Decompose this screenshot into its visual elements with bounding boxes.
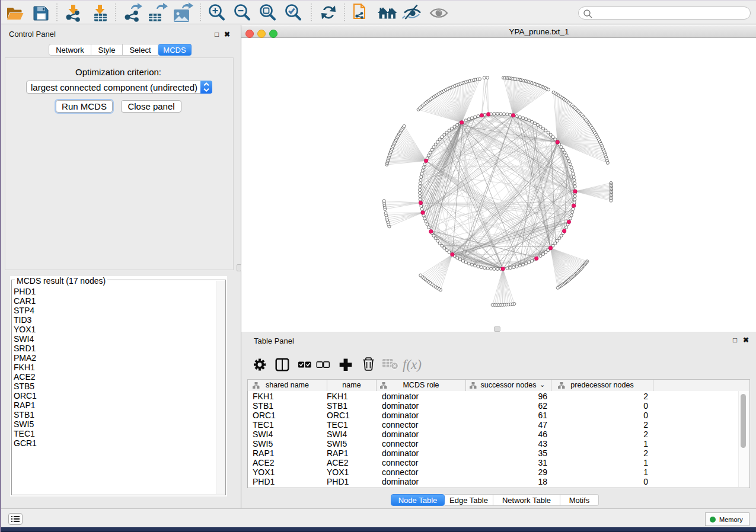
svg-text:f(x): f(x)	[403, 357, 422, 372]
